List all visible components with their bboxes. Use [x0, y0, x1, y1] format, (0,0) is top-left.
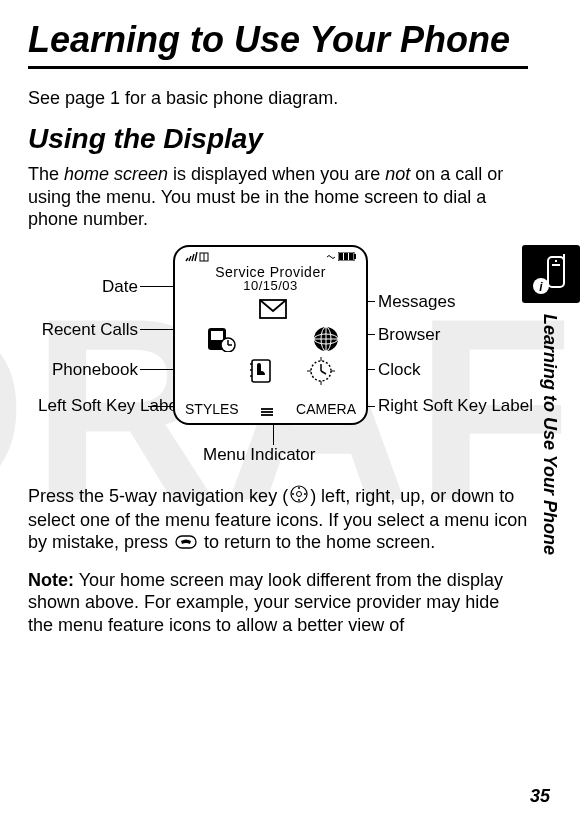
messages-icon — [257, 296, 289, 322]
svg-rect-18 — [354, 254, 356, 259]
browser-icon — [310, 326, 342, 352]
paragraph-2: Press the 5-way navigation key () left, … — [28, 485, 528, 555]
right-soft-key-label: CAMERA — [296, 401, 356, 417]
svg-point-46 — [298, 487, 300, 489]
label-clock: Clock — [378, 360, 421, 380]
vibrate-icon — [326, 252, 338, 262]
label-left-soft: Left Soft Key Label — [38, 397, 146, 416]
svg-rect-15 — [339, 253, 343, 260]
end-key-icon — [175, 532, 197, 555]
svg-point-49 — [304, 493, 306, 495]
svg-point-45 — [297, 492, 302, 497]
gprs-icon — [199, 252, 209, 262]
clock-icon — [305, 358, 337, 384]
label-phonebook: Phonebook — [38, 360, 138, 380]
svg-rect-21 — [211, 331, 223, 340]
intro-paragraph: See page 1 for a basic phone diagram. — [28, 87, 528, 110]
signal-icon — [185, 252, 199, 262]
note-paragraph: Note: Your home screen may look differen… — [28, 569, 528, 637]
page-title: Learning to Use Your Phone — [28, 20, 528, 60]
menu-icon-grid — [175, 296, 366, 386]
phone-screen: Service Provider 10/15/03 — [173, 245, 368, 425]
page-container: Learning to Use Your Phone See page 1 fo… — [0, 0, 580, 819]
phone-info-icon: i — [522, 245, 580, 303]
note-text: Your home screen may look different from… — [28, 570, 503, 635]
label-recent-calls: Recent Calls — [38, 320, 138, 340]
p1-em1: home screen — [64, 164, 168, 184]
title-rule — [28, 66, 528, 69]
nav-key-icon — [290, 485, 308, 509]
label-date: Date — [38, 277, 138, 297]
phonebook-icon — [245, 358, 277, 384]
p1-em2: not — [385, 164, 410, 184]
left-soft-key-label: STYLES — [185, 401, 239, 417]
label-menu-indicator: Menu Indicator — [203, 445, 315, 465]
section-heading: Using the Display — [28, 123, 528, 155]
p2-c: to return to the home screen. — [199, 532, 435, 552]
note-label: Note: — [28, 570, 74, 590]
svg-line-36 — [321, 371, 326, 374]
menu-indicator-icon — [259, 404, 275, 414]
side-caption: Learning to Use Your Phone — [539, 314, 560, 555]
date-text: 10/15/03 — [175, 279, 366, 292]
paragraph-1: The home screen is displayed when you ar… — [28, 163, 528, 231]
svg-point-48 — [292, 493, 294, 495]
svg-rect-16 — [344, 253, 348, 260]
p1-a: The — [28, 164, 64, 184]
status-bar — [175, 247, 366, 263]
page-number: 35 — [530, 786, 550, 807]
p2-a: Press the 5-way navigation key ( — [28, 486, 288, 506]
label-messages: Messages — [378, 292, 455, 312]
svg-rect-17 — [349, 253, 353, 260]
svg-point-47 — [298, 499, 300, 501]
p1-b: is displayed when you are — [168, 164, 385, 184]
recent-calls-icon — [205, 326, 237, 352]
label-right-soft: Right Soft Key Label — [378, 397, 533, 416]
label-browser: Browser — [378, 325, 440, 345]
home-screen-figure: Date Recent Calls Phonebook Left Soft Ke… — [38, 245, 518, 475]
battery-icon — [338, 252, 356, 261]
service-provider-text: Service Provider — [175, 265, 366, 279]
